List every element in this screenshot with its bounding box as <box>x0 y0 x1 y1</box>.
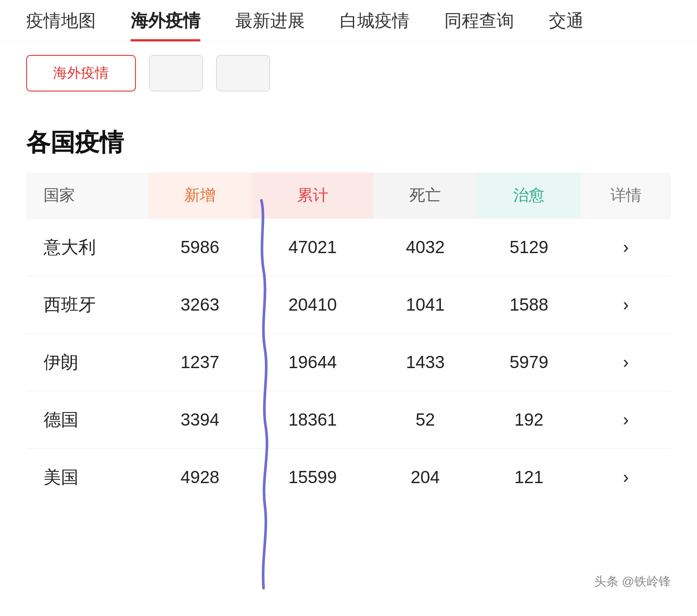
th-recovered: 治愈 <box>477 173 581 219</box>
new-usa: 4928 <box>148 449 252 506</box>
th-detail: 详情 <box>581 173 671 219</box>
recovered-germany: 192 <box>477 391 581 449</box>
watermark: 头条 @铁岭锋 <box>594 573 671 590</box>
death-italy: 4032 <box>373 219 477 276</box>
th-new: 新增 <box>148 173 252 219</box>
table-row: 伊朗 1237 19644 1433 5979 › <box>26 334 671 391</box>
recovered-spain: 1588 <box>477 276 581 334</box>
th-country: 国家 <box>26 173 148 219</box>
cumulative-usa: 15599 <box>252 449 373 506</box>
th-death: 死亡 <box>373 173 477 219</box>
recovered-usa: 121 <box>477 449 581 506</box>
country-italy: 意大利 <box>26 219 148 276</box>
nav-item-overseas[interactable]: 海外疫情 <box>131 9 200 41</box>
new-iran: 1237 <box>148 334 252 391</box>
tab-2[interactable] <box>149 55 203 91</box>
tab-overseas-active[interactable]: 海外疫情 <box>26 55 136 91</box>
section-title: 各国疫情 <box>0 105 697 173</box>
cumulative-iran: 19644 <box>252 334 373 391</box>
new-spain: 3263 <box>148 276 252 334</box>
nav-item-travel[interactable]: 同程查询 <box>444 9 514 41</box>
detail-spain[interactable]: › <box>581 276 671 334</box>
death-spain: 1041 <box>373 276 477 334</box>
tab-3[interactable] <box>216 55 270 91</box>
recovered-italy: 5129 <box>477 219 581 276</box>
nav-item-traffic[interactable]: 交通 <box>549 9 584 41</box>
tab-section: 海外疫情 <box>0 42 697 105</box>
cumulative-italy: 47021 <box>252 219 373 276</box>
navigation: 疫情地图 海外疫情 最新进展 白城疫情 同程查询 交通 <box>0 0 697 42</box>
detail-italy[interactable]: › <box>581 219 671 276</box>
nav-item-news[interactable]: 最新进展 <box>235 9 305 41</box>
th-cumulative: 累计 <box>252 173 373 219</box>
new-italy: 5986 <box>148 219 252 276</box>
cumulative-germany: 18361 <box>252 391 373 449</box>
country-spain: 西班牙 <box>26 276 148 334</box>
nav-item-local[interactable]: 白城疫情 <box>340 9 409 41</box>
death-usa: 204 <box>373 449 477 506</box>
cumulative-spain: 20410 <box>252 276 373 334</box>
table-header: 国家 新增 累计 死亡 治愈 详情 <box>26 173 671 219</box>
table-row: 意大利 5986 47021 4032 5129 › <box>26 219 671 276</box>
nav-item-map[interactable]: 疫情地图 <box>26 9 96 41</box>
table-row: 西班牙 3263 20410 1041 1588 › <box>26 276 671 334</box>
table-body: 意大利 5986 47021 4032 5129 › 西班牙 3263 2041… <box>26 219 671 506</box>
new-germany: 3394 <box>148 391 252 449</box>
death-iran: 1433 <box>373 334 477 391</box>
detail-iran[interactable]: › <box>581 334 671 391</box>
table-row: 德国 3394 18361 52 192 › <box>26 391 671 449</box>
country-usa: 美国 <box>26 449 148 506</box>
recovered-iran: 5979 <box>477 334 581 391</box>
table-row: 美国 4928 15599 204 121 › <box>26 449 671 506</box>
death-germany: 52 <box>373 391 477 449</box>
country-germany: 德国 <box>26 391 148 449</box>
country-iran: 伊朗 <box>26 334 148 391</box>
detail-usa[interactable]: › <box>581 449 671 506</box>
countries-table: 国家 新增 累计 死亡 治愈 详情 意大利 5986 47021 4032 51… <box>26 173 671 506</box>
detail-germany[interactable]: › <box>581 391 671 449</box>
